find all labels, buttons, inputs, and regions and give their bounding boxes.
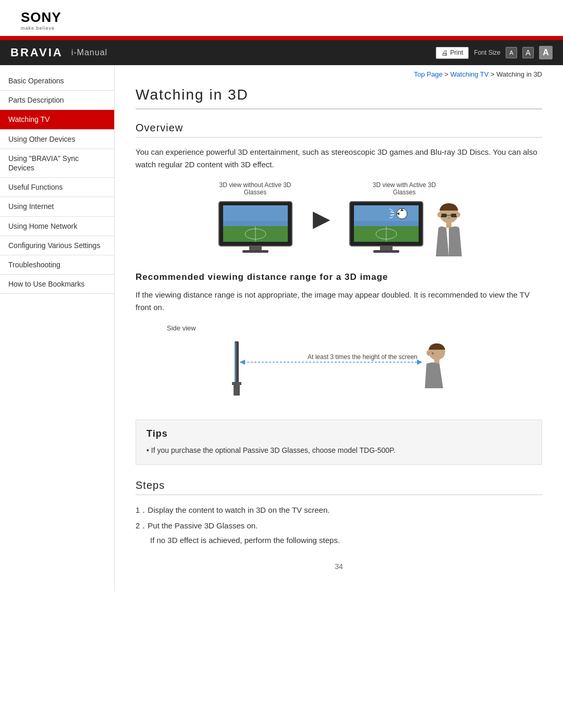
svg-rect-34 <box>235 342 236 382</box>
sidebar-item-using-internet[interactable]: Using Internet <box>0 197 114 216</box>
print-button[interactable]: 🖨 Print <box>436 47 469 59</box>
illus-right-caption: 3D view with Active 3D Glasses <box>368 181 441 196</box>
sidebar-item-parts-description[interactable]: Parts Description <box>0 91 114 110</box>
svg-line-14 <box>390 215 394 215</box>
breadcrumb-sep1: > <box>445 70 450 78</box>
breadcrumb-top-page[interactable]: Top Page <box>414 70 443 78</box>
font-large-button[interactable]: A <box>539 46 553 59</box>
sidebar-item-home-network[interactable]: Using Home Network <box>0 217 114 236</box>
svg-text:At least 3 times the height of: At least 3 times the height of the scree… <box>308 353 418 361</box>
page-title: Watching in 3D <box>136 87 542 109</box>
illustration-row: 3D view without Active 3D Glasses <box>136 181 542 256</box>
font-size-label: Font Size <box>474 49 500 56</box>
overview-heading: Overview <box>136 122 542 138</box>
side-view-caption: Side view <box>167 324 196 332</box>
person-with-glasses-svg <box>433 199 464 256</box>
sidebar-item-bravia-sync[interactable]: Using "BRAVIA" Sync Devices <box>0 149 114 178</box>
svg-rect-10 <box>354 205 419 221</box>
sidebar-item-watching-tv[interactable]: Watching TV <box>0 110 114 129</box>
svg-rect-27 <box>446 223 451 228</box>
breadcrumb-watching-tv[interactable]: Watching TV <box>450 70 489 78</box>
sidebar: Basic Operations Parts Description Watch… <box>0 65 115 591</box>
page-number: 34 <box>136 562 542 571</box>
svg-rect-2 <box>223 205 288 221</box>
illus-right: 3D view with Active 3D Glasses <box>345 181 464 256</box>
overview-text: You can experience powerful 3D entertain… <box>136 146 542 171</box>
steps-list: 1．Display the content to watch in 3D on … <box>136 503 542 532</box>
tv-left-svg <box>214 199 297 256</box>
sidebar-item-bookmarks[interactable]: How to Use Bookmarks <box>0 275 114 294</box>
bravia-logo: BRAVIA <box>10 46 63 59</box>
arrow-right: ▶ <box>313 207 329 231</box>
side-view-container: Side view At least 3 times the height of… <box>136 324 542 404</box>
top-bar: SONY make.believe <box>0 0 563 36</box>
step-sub: If no 3D effect is achieved, perform the… <box>150 534 542 547</box>
svg-rect-6 <box>249 246 262 250</box>
main-layout: Basic Operations Parts Description Watch… <box>0 65 563 591</box>
font-small-button[interactable]: A <box>506 47 517 58</box>
tips-heading: Tips <box>146 428 531 439</box>
breadcrumb-current: Watching in 3D <box>496 70 542 78</box>
sony-tagline: make.believe <box>21 26 55 31</box>
illus-left-caption: 3D view without Active 3D Glasses <box>219 181 292 196</box>
svg-point-28 <box>437 212 442 217</box>
step-1: 1．Display the content to watch in 3D on … <box>136 503 542 517</box>
sony-logo: SONY make.believe <box>21 9 62 31</box>
illus-left: 3D view without Active 3D Glasses <box>214 181 297 256</box>
svg-point-42 <box>432 352 434 354</box>
imanual-label: i-Manual <box>71 48 107 57</box>
sidebar-item-troubleshooting[interactable]: Troubleshooting <box>0 255 114 275</box>
font-small-label: A <box>509 50 513 56</box>
font-medium-button[interactable]: A <box>522 47 534 58</box>
font-large-label: A <box>543 48 549 57</box>
breadcrumb: Top Page > Watching TV > Watching in 3D <box>136 70 542 78</box>
recommended-text: If the viewing distance range is not app… <box>136 289 542 314</box>
svg-rect-32 <box>232 382 241 385</box>
svg-rect-33 <box>234 385 240 396</box>
tv-right-svg <box>345 199 428 256</box>
tips-box: Tips • If you purchase the optional Pass… <box>136 419 542 465</box>
print-icon: 🖨 <box>442 49 448 57</box>
steps-heading: Steps <box>136 479 542 495</box>
tips-text: • If you purchase the optional Passive 3… <box>146 445 531 456</box>
nav-controls: 🖨 Print Font Size A A A <box>436 46 553 59</box>
svg-rect-7 <box>242 250 268 253</box>
svg-rect-20 <box>373 250 399 253</box>
nav-bar: BRAVIA i-Manual 🖨 Print Font Size A A A <box>0 40 563 65</box>
nav-brand: BRAVIA i-Manual <box>10 46 107 59</box>
sony-wordmark: SONY <box>21 9 62 26</box>
sidebar-item-useful-functions[interactable]: Useful Functions <box>0 178 114 197</box>
svg-rect-19 <box>380 246 393 250</box>
content-area: Top Page > Watching TV > Watching in 3D … <box>115 65 563 591</box>
sidebar-item-configuring[interactable]: Configuring Various Settings <box>0 236 114 255</box>
font-medium-label: A <box>525 48 530 57</box>
svg-point-30 <box>447 217 450 219</box>
svg-marker-37 <box>417 360 422 365</box>
sidebar-item-using-other-devices[interactable]: Using Other Devices <box>0 130 114 149</box>
red-banner <box>0 36 563 40</box>
sidebar-item-basic-operations[interactable]: Basic Operations <box>0 71 114 91</box>
side-view-svg: At least 3 times the height of the scree… <box>203 336 474 404</box>
print-label: Print <box>450 49 463 56</box>
breadcrumb-sep2: > <box>491 70 496 78</box>
svg-point-29 <box>456 212 460 217</box>
recommended-heading: Recommended viewing distance range for a… <box>136 272 542 282</box>
svg-marker-36 <box>240 360 245 365</box>
step-2: 2．Put the Passive 3D Glasses on. <box>136 519 542 533</box>
